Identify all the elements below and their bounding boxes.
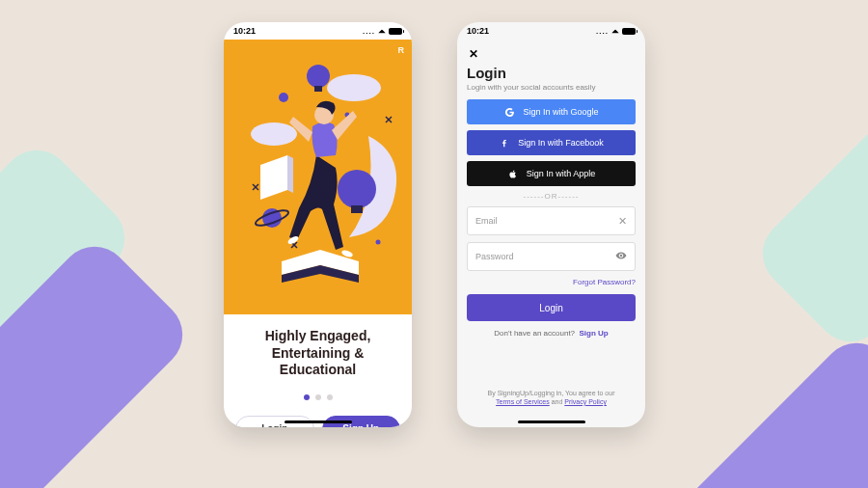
- legal-prefix: By SigningUp/Logging in, You agree to ou…: [457, 389, 645, 397]
- battery-icon: [622, 28, 636, 35]
- signup-prompt-text: Don't have an account?: [494, 329, 575, 338]
- password-field[interactable]: Password: [467, 242, 636, 271]
- bg-shape-teal-right: [748, 49, 868, 356]
- svg-rect-5: [314, 86, 322, 92]
- login-screen: 10:21 .... ✕ Login Login with your socia…: [457, 22, 645, 427]
- eye-icon[interactable]: [615, 250, 627, 263]
- page-dot-2[interactable]: [315, 394, 321, 400]
- svg-point-1: [251, 122, 297, 146]
- privacy-link[interactable]: Privacy Policy: [564, 398, 607, 405]
- onboarding-screen: 10:21 .... R: [224, 22, 412, 427]
- cellular-icon: ....: [596, 27, 609, 36]
- google-icon: [503, 106, 515, 118]
- signup-link[interactable]: Sign Up: [580, 329, 609, 338]
- apple-icon: [507, 168, 519, 179]
- google-signin-button[interactable]: Sign In with Google: [467, 99, 636, 124]
- wifi-icon: [611, 29, 619, 33]
- google-signin-label: Sign In with Google: [523, 107, 598, 117]
- status-bar: 10:21 ....: [457, 22, 645, 40]
- clear-icon[interactable]: ✕: [618, 215, 627, 228]
- page-indicator[interactable]: [224, 383, 412, 406]
- email-placeholder: Email: [475, 216, 498, 226]
- svg-point-15: [376, 240, 381, 245]
- close-icon[interactable]: ✕: [467, 41, 636, 65]
- login-subtitle: Login with your social accounts easily: [467, 83, 636, 92]
- signup-prompt: Don't have an account? Sign Up: [467, 329, 636, 338]
- wifi-icon: [378, 29, 386, 33]
- svg-point-0: [327, 74, 381, 101]
- status-time: 10:21: [467, 26, 489, 36]
- svg-point-8: [279, 93, 288, 102]
- terms-link[interactable]: Terms of Services: [496, 398, 550, 405]
- tagline-line-2: Entertaining & Educational: [235, 345, 400, 379]
- login-title: Login: [467, 65, 636, 81]
- status-bar: 10:21 ....: [224, 22, 412, 40]
- email-field[interactable]: Email ✕: [467, 206, 636, 235]
- cellular-icon: ....: [363, 27, 375, 36]
- app-logo-icon: R: [398, 45, 405, 55]
- svg-point-4: [307, 65, 330, 88]
- legal-text: By SigningUp/Logging in, You agree to ou…: [457, 389, 645, 406]
- home-indicator: [518, 420, 585, 423]
- tagline-line-1: Highly Engaged,: [235, 328, 400, 345]
- page-dot-3[interactable]: [327, 394, 333, 400]
- onboarding-tagline: Highly Engaged, Entertaining & Education…: [224, 314, 412, 383]
- bg-shape-purple-right: [652, 329, 868, 488]
- facebook-signin-button[interactable]: Sign In with Facebook: [467, 130, 636, 155]
- apple-signin-label: Sign In with Apple: [527, 169, 596, 178]
- battery-icon: [389, 28, 402, 35]
- status-indicators: ....: [363, 27, 402, 36]
- password-placeholder: Password: [475, 252, 514, 261]
- hero-svg: [224, 40, 412, 314]
- facebook-signin-label: Sign In with Facebook: [518, 138, 604, 148]
- login-submit-button[interactable]: Login: [467, 294, 636, 321]
- svg-rect-7: [351, 205, 363, 213]
- status-time: 10:21: [233, 26, 256, 36]
- forgot-password-link[interactable]: Forgot Password?: [467, 278, 636, 286]
- legal-and: and: [552, 398, 563, 405]
- or-divider: ------OR------: [467, 192, 636, 201]
- status-indicators: ....: [596, 27, 636, 36]
- hero-illustration: R: [224, 40, 412, 314]
- apple-signin-button[interactable]: Sign In with Apple: [467, 161, 636, 186]
- facebook-icon: [499, 137, 510, 149]
- svg-point-6: [338, 170, 376, 208]
- page-dot-1[interactable]: [304, 394, 310, 400]
- home-indicator: [285, 420, 352, 423]
